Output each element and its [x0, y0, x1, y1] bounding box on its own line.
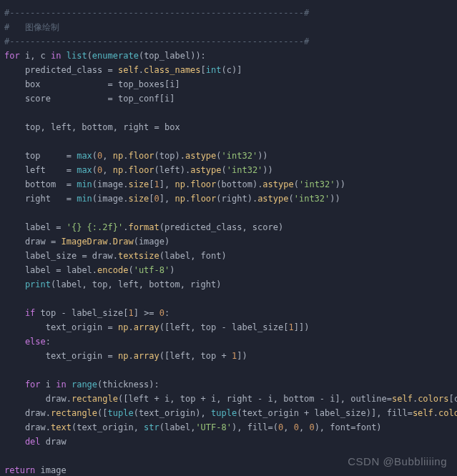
- comment-line: # 图像绘制: [4, 22, 59, 32]
- comment-line: #---------------------------------------…: [4, 36, 309, 46]
- code-editor: #---------------------------------------…: [0, 0, 457, 476]
- kw-for: for: [4, 51, 20, 61]
- comment-line: #---------------------------------------…: [4, 8, 309, 18]
